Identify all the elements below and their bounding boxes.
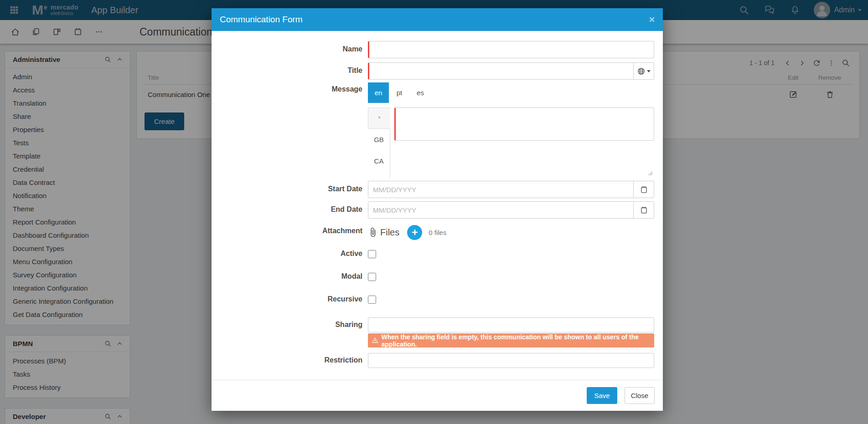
- title-input-group: [368, 62, 654, 80]
- chevron-down-icon: [647, 70, 651, 72]
- start-date-group: [368, 181, 654, 198]
- tab-pt[interactable]: pt: [389, 82, 410, 103]
- recursive-checkbox[interactable]: [368, 296, 376, 304]
- title-label: Title: [212, 62, 368, 80]
- close-icon[interactable]: ✕: [649, 16, 655, 24]
- message-area: * GB CA: [368, 107, 654, 178]
- resize-handle[interactable]: [648, 171, 652, 175]
- end-date-label: End Date: [212, 201, 368, 219]
- start-date-label: Start Date: [212, 181, 368, 198]
- close-button[interactable]: Close: [625, 387, 655, 404]
- save-button[interactable]: Save: [587, 387, 617, 404]
- restriction-input[interactable]: [368, 353, 654, 368]
- name-label: Name: [212, 41, 368, 58]
- files-label: Files: [380, 227, 399, 238]
- warning-icon: [372, 337, 379, 344]
- attachment-row: Attachment Files 0 files: [212, 223, 663, 245]
- message-row: Message en pt es * GB CA: [212, 82, 663, 178]
- modal-footer: Save Close: [212, 380, 663, 411]
- start-date-row: Start Date: [212, 181, 663, 198]
- end-date-row: End Date: [212, 201, 663, 219]
- modal-body: Name Title Message en pt: [212, 31, 663, 380]
- name-input[interactable]: [368, 41, 654, 58]
- plus-icon: [411, 228, 419, 236]
- name-row: Name: [212, 41, 663, 58]
- tab-en[interactable]: en: [368, 82, 389, 103]
- title-row: Title: [212, 62, 663, 80]
- paperclip-icon: [368, 227, 378, 237]
- modal-flag-row: Modal: [212, 272, 663, 283]
- active-row: Active: [212, 249, 663, 260]
- country-tabs: * GB CA: [368, 107, 390, 178]
- communication-form-modal: Communication Form ✕ Name Title Message: [212, 8, 663, 411]
- tab-ca[interactable]: CA: [368, 150, 390, 172]
- calendar-icon: [640, 206, 648, 215]
- globe-icon: [637, 67, 646, 76]
- sharing-row: Sharing When the sharing field is empty,…: [212, 317, 663, 347]
- modal-title: Communication Form: [220, 15, 649, 25]
- title-input[interactable]: [369, 63, 633, 79]
- active-checkbox[interactable]: [368, 250, 376, 258]
- message-label: Message: [212, 82, 368, 178]
- sharing-input[interactable]: [368, 317, 654, 332]
- end-date-input[interactable]: [368, 202, 633, 218]
- add-file-button[interactable]: [407, 225, 422, 240]
- sharing-warning-text: When the sharing field is empty, this co…: [382, 333, 651, 348]
- recursive-label: Recursive: [212, 295, 368, 306]
- restriction-row: Restriction: [212, 353, 663, 368]
- start-date-picker-button[interactable]: [633, 181, 654, 198]
- recursive-row: Recursive: [212, 295, 663, 306]
- modal-header: Communication Form ✕: [212, 8, 663, 31]
- language-globe-dropdown[interactable]: [633, 63, 654, 79]
- calendar-icon: [640, 185, 648, 194]
- sharing-label: Sharing: [212, 317, 368, 347]
- end-date-picker-button[interactable]: [633, 202, 654, 218]
- start-date-input[interactable]: [368, 181, 633, 198]
- restriction-label: Restriction: [212, 353, 368, 368]
- end-date-group: [368, 201, 654, 219]
- files-count: 0 files: [429, 229, 446, 236]
- active-label: Active: [212, 249, 368, 260]
- language-tabs: en pt es: [368, 82, 654, 103]
- attachment-label: Attachment: [212, 223, 368, 245]
- modal-checkbox[interactable]: [368, 273, 376, 281]
- message-textarea[interactable]: [394, 107, 654, 141]
- tab-default-country[interactable]: *: [368, 107, 390, 129]
- modal-label: Modal: [212, 272, 368, 283]
- sharing-warning-banner: When the sharing field is empty, this co…: [368, 333, 654, 347]
- tab-es[interactable]: es: [410, 82, 431, 103]
- tab-gb[interactable]: GB: [368, 129, 390, 150]
